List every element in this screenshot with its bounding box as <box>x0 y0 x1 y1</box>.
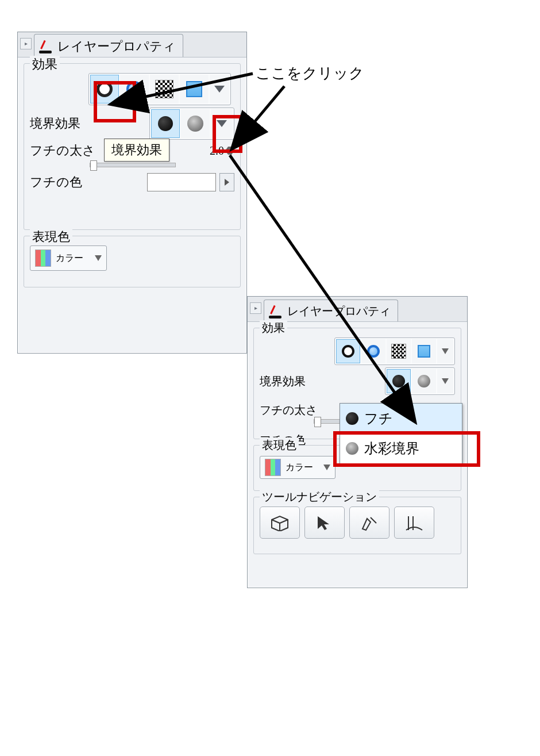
label-edge-thickness: フチの太さ <box>260 402 329 418</box>
layer-properties-panel-2: ▸ レイヤープロパティ 効果 境界効果 <box>247 296 468 588</box>
svg-marker-4 <box>318 516 329 530</box>
tool-nav-button-1[interactable] <box>260 506 300 539</box>
tab-layer-properties[interactable]: レイヤープロパティ <box>264 300 398 321</box>
spinner-down[interactable] <box>225 151 234 158</box>
square-icon <box>186 81 202 97</box>
group-tool-navigation: ツールナビゲーション <box>253 497 461 554</box>
group-tool-nav-label: ツールナビゲーション <box>260 489 379 505</box>
annotation-click-here: ここをクリック <box>256 63 364 83</box>
label-border-effect: 境界効果 <box>30 115 99 132</box>
blob-icon <box>346 442 358 455</box>
svg-line-5 <box>371 517 376 523</box>
checker-icon <box>155 80 173 98</box>
pen-icon <box>359 514 380 531</box>
menu-item-edge[interactable]: フチ <box>340 404 462 433</box>
panel-collapse-button[interactable]: ▸ <box>250 302 261 314</box>
blob-icon <box>418 375 430 387</box>
chevron-down-icon <box>95 255 102 261</box>
ring-blue-icon <box>367 345 380 358</box>
cursor-icon <box>314 514 335 531</box>
border-effect-dropdown-button[interactable] <box>211 109 233 138</box>
tool-nav-button-3[interactable] <box>349 506 389 539</box>
dot-icon <box>392 375 405 387</box>
ring-icon <box>342 345 354 358</box>
effect-more-button[interactable] <box>437 339 453 363</box>
tab-bar: ▸ レイヤープロパティ <box>248 297 467 322</box>
tab-title: レイヤープロパティ <box>57 38 176 55</box>
edge-color-well[interactable] <box>147 173 216 191</box>
effect-more-button[interactable] <box>210 75 229 103</box>
edge-color-expand[interactable] <box>219 173 234 191</box>
tool-nav-button-2[interactable] <box>304 506 345 539</box>
label-edge-thickness: フチの太さ <box>30 142 99 159</box>
ring-icon <box>97 81 113 97</box>
brush-icon <box>38 39 54 55</box>
menu-item-watercolor-label: 水彩境界 <box>364 439 419 458</box>
border-effect-edge-button[interactable] <box>387 369 411 393</box>
cube-icon <box>269 514 290 531</box>
expression-color-dropdown[interactable]: カラー <box>260 456 335 479</box>
label-border-effect: 境界効果 <box>260 374 329 389</box>
dot-icon <box>158 116 173 131</box>
panel-collapse-button[interactable]: ▸ <box>20 38 32 49</box>
group-expression-color: 表現色 カラー <box>24 236 241 287</box>
blob-icon <box>187 116 203 132</box>
effect-pattern-button[interactable] <box>387 339 411 363</box>
tab-bar: ▸ レイヤープロパティ <box>18 32 246 57</box>
svg-line-9 <box>252 86 284 125</box>
spinner-up[interactable] <box>225 144 234 151</box>
border-effect-edge-button[interactable] <box>151 109 180 138</box>
effect-layer-color-button[interactable] <box>180 75 209 103</box>
chevron-down-icon <box>323 465 330 470</box>
chevron-down-icon <box>217 120 227 127</box>
checker-icon <box>391 344 406 359</box>
chevron-down-icon <box>442 348 449 354</box>
effect-layer-color-button[interactable] <box>412 339 436 363</box>
group-expression-color-label: 表現色 <box>260 438 299 453</box>
expression-color-dropdown[interactable]: カラー <box>30 245 107 271</box>
ring-blue-icon <box>126 81 142 97</box>
border-effect-dropdown-button[interactable] <box>437 369 453 393</box>
svg-line-1 <box>272 520 280 523</box>
effect-border-button[interactable] <box>336 339 360 363</box>
border-effect-watercolor-button[interactable] <box>412 369 436 393</box>
rgb-swatch-icon <box>265 459 281 476</box>
tab-title: レイヤープロパティ <box>287 304 391 319</box>
square-icon <box>418 345 430 358</box>
effect-pattern-button[interactable] <box>150 75 179 103</box>
menu-item-watercolor[interactable]: 水彩境界 <box>340 433 462 463</box>
edge-thickness-spinner[interactable]: 2.0 <box>210 144 234 158</box>
group-effect-label: 効果 <box>260 320 287 336</box>
effect-tone-button[interactable] <box>361 339 385 363</box>
dot-icon <box>346 412 358 425</box>
tool-nav-button-4[interactable] <box>394 506 434 539</box>
brush-icon <box>268 304 284 320</box>
chevron-down-icon <box>214 86 225 93</box>
ruler-icon <box>404 514 425 531</box>
menu-item-edge-label: フチ <box>364 409 393 428</box>
tooltip-border-effect: 境界効果 <box>104 139 169 162</box>
expression-color-value: カラー <box>286 462 313 474</box>
group-expression-color-label: 表現色 <box>30 228 72 245</box>
group-effect-label: 効果 <box>30 56 60 73</box>
label-edge-color: フチの色 <box>30 174 99 191</box>
rgb-swatch-icon <box>35 250 51 267</box>
layer-properties-panel-1: ▸ レイヤープロパティ 効果 境界効果 <box>17 32 247 354</box>
border-effect-watercolor-button[interactable] <box>181 109 210 138</box>
effect-icon-bar <box>334 337 455 365</box>
edge-thickness-slider[interactable] <box>90 163 176 167</box>
svg-line-2 <box>280 520 288 523</box>
edge-thickness-value: 2.0 <box>210 144 224 158</box>
effect-icon-bar <box>88 73 231 105</box>
border-effect-menu: フチ 水彩境界 <box>340 403 462 464</box>
border-effect-bar <box>385 367 455 395</box>
effect-tone-button[interactable] <box>120 75 149 103</box>
border-effect-bar <box>149 108 234 140</box>
expression-color-value: カラー <box>56 252 83 264</box>
chevron-down-icon <box>442 378 449 384</box>
tab-layer-properties[interactable]: レイヤープロパティ <box>34 34 183 57</box>
effect-border-button[interactable] <box>90 75 119 103</box>
